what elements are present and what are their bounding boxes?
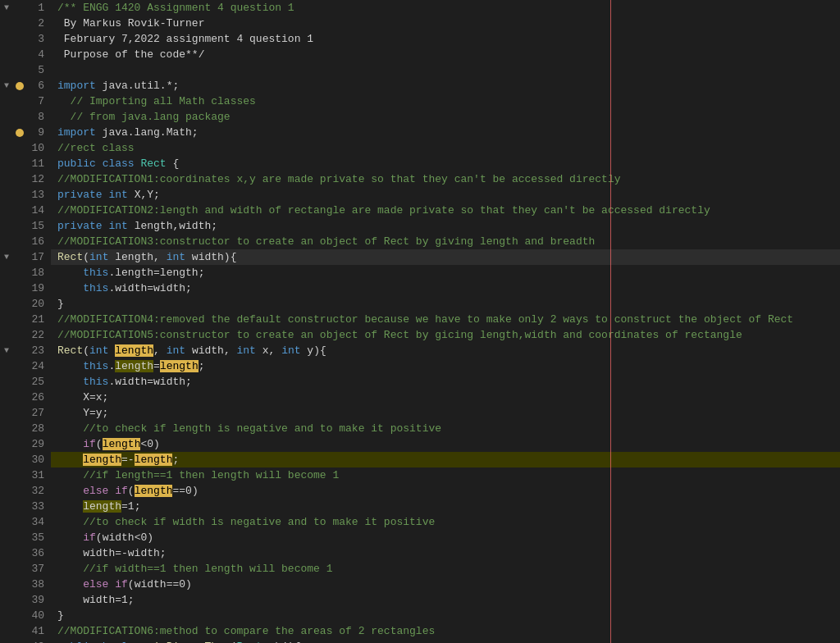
fold-icon[interactable] (0, 545, 13, 561)
code-line: February 7,2022 assignment 4 question 1 (51, 31, 840, 47)
breakpoint-zone[interactable] (13, 561, 26, 577)
fold-icon[interactable] (0, 327, 13, 343)
breakpoint-zone[interactable] (13, 623, 26, 639)
fold-icon[interactable] (0, 530, 13, 545)
code-line: //MODIFICATION2:length and width of rect… (51, 203, 840, 218)
fold-icon[interactable] (0, 390, 13, 405)
fold-icon[interactable] (0, 296, 13, 312)
breakpoint-zone[interactable] (13, 499, 26, 514)
fold-icon[interactable]: ▼ (0, 78, 13, 93)
breakpoint-zone[interactable] (13, 405, 26, 421)
breakpoint-zone[interactable] (13, 140, 26, 156)
line-number: 15 (26, 218, 51, 234)
fold-icon[interactable] (0, 140, 13, 156)
breakpoint-zone[interactable] (13, 234, 26, 249)
fold-icon[interactable] (0, 577, 13, 592)
gutter-row: 21 (0, 312, 51, 327)
breakpoint-zone[interactable] (13, 280, 26, 296)
fold-icon[interactable] (0, 452, 13, 467)
breakpoint-zone[interactable] (13, 577, 26, 592)
breakpoint-zone[interactable] (13, 31, 26, 47)
fold-icon[interactable] (0, 218, 13, 234)
fold-icon[interactable] (0, 421, 13, 436)
breakpoint-zone[interactable] (13, 608, 26, 623)
fold-icon[interactable] (0, 203, 13, 218)
fold-icon[interactable] (0, 16, 13, 31)
breakpoint-zone[interactable] (13, 592, 26, 608)
breakpoint-zone[interactable] (13, 390, 26, 405)
fold-icon[interactable] (0, 47, 13, 62)
breakpoint-zone[interactable] (13, 62, 26, 78)
code-line (51, 62, 840, 78)
code-line: private int X,Y; (51, 187, 840, 203)
breakpoint-zone[interactable] (13, 639, 26, 643)
breakpoint-zone[interactable] (13, 78, 26, 93)
breakpoint-zone[interactable] (13, 0, 26, 16)
fold-icon[interactable] (0, 93, 13, 109)
fold-icon[interactable] (0, 171, 13, 187)
fold-icon[interactable] (0, 187, 13, 203)
breakpoint-zone[interactable] (13, 125, 26, 140)
breakpoint-zone[interactable] (13, 187, 26, 203)
fold-icon[interactable] (0, 483, 13, 499)
breakpoint-zone[interactable] (13, 327, 26, 343)
gutter-row: 2 (0, 16, 51, 31)
fold-icon[interactable]: ▼ (0, 249, 13, 265)
fold-icon[interactable] (0, 405, 13, 421)
fold-icon[interactable]: ▼ (0, 639, 13, 643)
breakpoint-zone[interactable] (13, 421, 26, 436)
breakpoint-zone[interactable] (13, 483, 26, 499)
fold-icon[interactable] (0, 623, 13, 639)
breakpoint-zone[interactable] (13, 545, 26, 561)
breakpoint-zone[interactable] (13, 265, 26, 280)
breakpoint-zone[interactable] (13, 452, 26, 467)
fold-icon[interactable] (0, 467, 13, 483)
fold-icon[interactable] (0, 608, 13, 623)
breakpoint-zone[interactable] (13, 296, 26, 312)
fold-icon[interactable] (0, 31, 13, 47)
fold-icon[interactable]: ▼ (0, 0, 13, 16)
fold-icon[interactable] (0, 280, 13, 296)
breakpoint-zone[interactable] (13, 467, 26, 483)
breakpoint-zone[interactable] (13, 156, 26, 171)
breakpoint-zone[interactable] (13, 249, 26, 265)
breakpoint-zone[interactable] (13, 203, 26, 218)
breakpoint-zone[interactable] (13, 358, 26, 374)
breakpoint-zone[interactable] (13, 530, 26, 545)
line-number: 41 (26, 623, 51, 639)
breakpoint-zone[interactable] (13, 514, 26, 530)
breakpoint-zone[interactable] (13, 93, 26, 109)
line-number: 27 (26, 405, 51, 421)
gutter-row: 31 (0, 467, 51, 483)
breakpoint-zone[interactable] (13, 47, 26, 62)
breakpoint-zone[interactable] (13, 374, 26, 390)
breakpoint-zone[interactable] (13, 343, 26, 358)
line-number: 14 (26, 203, 51, 218)
breakpoint-zone[interactable] (13, 16, 26, 31)
code-line: Rect(int length, int width, int x, int y… (51, 343, 840, 358)
fold-icon[interactable] (0, 561, 13, 577)
fold-icon[interactable] (0, 109, 13, 125)
fold-icon[interactable] (0, 592, 13, 608)
fold-icon[interactable] (0, 374, 13, 390)
code-content[interactable]: /** ENGG 1420 Assignment 4 question 1 By… (51, 0, 840, 643)
fold-icon[interactable] (0, 312, 13, 327)
gutter-row: 38 (0, 577, 51, 592)
fold-icon[interactable] (0, 358, 13, 374)
fold-icon[interactable] (0, 156, 13, 171)
code-line: Rect(int length, int width){ (51, 249, 840, 265)
fold-icon[interactable] (0, 265, 13, 280)
breakpoint-zone[interactable] (13, 109, 26, 125)
breakpoint-zone[interactable] (13, 312, 26, 327)
fold-icon[interactable] (0, 514, 13, 530)
line-number: 22 (26, 327, 51, 343)
fold-icon[interactable] (0, 62, 13, 78)
breakpoint-zone[interactable] (13, 436, 26, 452)
fold-icon[interactable] (0, 436, 13, 452)
fold-icon[interactable] (0, 499, 13, 514)
breakpoint-zone[interactable] (13, 218, 26, 234)
fold-icon[interactable] (0, 125, 13, 140)
breakpoint-zone[interactable] (13, 171, 26, 187)
fold-icon[interactable] (0, 234, 13, 249)
fold-icon[interactable]: ▼ (0, 343, 13, 358)
